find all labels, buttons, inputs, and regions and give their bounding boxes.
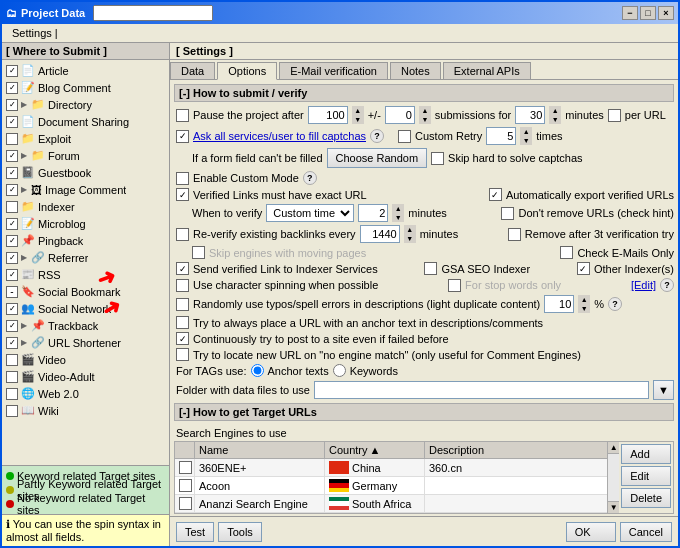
rss-checkbox[interactable] — [6, 269, 18, 281]
url-shortener-checkbox[interactable] — [6, 337, 18, 349]
skip-hard-checkbox[interactable] — [431, 152, 444, 165]
folder-input[interactable] — [314, 381, 649, 399]
sidebar-item-social-network[interactable]: 👥 Social Network — [2, 300, 169, 317]
subs-spin-down[interactable]: ▼ — [549, 115, 561, 124]
social-network-checkbox[interactable] — [6, 303, 18, 315]
tab-notes[interactable]: Notes — [390, 62, 441, 79]
choose-random-button[interactable]: Choose Random — [327, 148, 428, 168]
tab-options[interactable]: Options — [217, 62, 277, 80]
typos-checkbox[interactable] — [176, 298, 189, 311]
delete-button[interactable]: Delete — [621, 488, 671, 508]
ask-captcha-help[interactable]: ? — [370, 129, 384, 143]
try-anchor-checkbox[interactable] — [176, 316, 189, 329]
sidebar-item-forum[interactable]: ▶ 📁 Forum — [2, 147, 169, 164]
sidebar-item-blog-comment[interactable]: 📝 Blog Comment — [2, 79, 169, 96]
pause-pm-up[interactable]: ▲ — [419, 106, 431, 115]
reverify-up[interactable]: ▲ — [404, 225, 416, 234]
spinning-checkbox[interactable] — [176, 279, 189, 292]
tab-external-apis[interactable]: External APIs — [443, 62, 531, 79]
typos-up[interactable]: ▲ — [578, 295, 590, 304]
social-bookmark-checkbox[interactable] — [6, 286, 18, 298]
sidebar-item-video[interactable]: 🎬 Video — [2, 351, 169, 368]
sidebar-item-guestbook[interactable]: 📓 Guestbook — [2, 164, 169, 181]
sidebar-item-microblog[interactable]: 📝 Microblog — [2, 215, 169, 232]
sort-icon[interactable]: ▲ — [370, 444, 381, 456]
continuously-checkbox[interactable] — [176, 332, 189, 345]
submissions-input[interactable] — [515, 106, 545, 124]
sidebar-item-pingback[interactable]: 📌 Pingback — [2, 232, 169, 249]
video-adult-checkbox[interactable] — [6, 371, 18, 383]
close-button[interactable]: × — [658, 6, 674, 20]
sidebar-item-directory[interactable]: ▶ 📁 Directory — [2, 96, 169, 113]
reverify-down[interactable]: ▼ — [404, 234, 416, 243]
table-row-2[interactable]: Ananzi Search Engine South Africa — [175, 495, 607, 513]
sidebar-item-document-sharing[interactable]: 📄 Document Sharing — [2, 113, 169, 130]
article-checkbox[interactable] — [6, 65, 18, 77]
edit-link[interactable]: [Edit] — [631, 279, 656, 291]
verify-minutes-input[interactable] — [358, 204, 388, 222]
sidebar-item-indexer[interactable]: 📁 Indexer — [2, 198, 169, 215]
enable-custom-help[interactable]: ? — [303, 171, 317, 185]
image-comment-checkbox[interactable] — [6, 184, 18, 196]
web20-checkbox[interactable] — [6, 388, 18, 400]
check-emails-checkbox[interactable] — [560, 246, 573, 259]
project-name-input[interactable] — [93, 5, 213, 21]
ask-captcha-label[interactable]: Ask all services/user to fill captchas — [193, 130, 366, 142]
verify-up[interactable]: ▲ — [392, 204, 404, 213]
auto-export-checkbox[interactable] — [489, 188, 502, 201]
verified-links-checkbox[interactable] — [176, 188, 189, 201]
minimize-button[interactable]: − — [622, 6, 638, 20]
dont-remove-checkbox[interactable] — [501, 207, 514, 220]
reverify-checkbox[interactable] — [176, 228, 189, 241]
other-indexers-checkbox[interactable] — [577, 262, 590, 275]
scrollbar-up-button[interactable]: ▲ — [608, 442, 619, 454]
pause-value-input[interactable] — [308, 106, 348, 124]
guestbook-checkbox[interactable] — [6, 167, 18, 179]
sidebar-item-video-adult[interactable]: 🎬 Video-Adult — [2, 368, 169, 385]
indexer-checkbox[interactable] — [6, 201, 18, 213]
enable-custom-checkbox[interactable] — [176, 172, 189, 185]
send-verified-checkbox[interactable] — [176, 262, 189, 275]
add-button[interactable]: Add — [621, 444, 671, 464]
anchor-texts-radio[interactable] — [251, 364, 264, 377]
row0-checkbox[interactable] — [179, 461, 192, 474]
video-checkbox[interactable] — [6, 354, 18, 366]
remove-after-checkbox[interactable] — [508, 228, 521, 241]
cancel-button[interactable]: Cancel — [620, 522, 672, 542]
table-row-0[interactable]: 360ENE+ China 360.cn — [175, 459, 607, 477]
keywords-radio[interactable] — [333, 364, 346, 377]
retry-up[interactable]: ▲ — [520, 127, 532, 136]
exploit-checkbox[interactable] — [6, 133, 18, 145]
trackback-checkbox[interactable] — [6, 320, 18, 332]
ok-button[interactable]: OK — [566, 522, 616, 542]
pause-pm-input[interactable] — [385, 106, 415, 124]
maximize-button[interactable]: □ — [640, 6, 656, 20]
sidebar-item-exploit[interactable]: 📁 Exploit — [2, 130, 169, 147]
stop-words-checkbox[interactable] — [448, 279, 461, 292]
tab-data[interactable]: Data — [170, 62, 215, 79]
microblog-checkbox[interactable] — [6, 218, 18, 230]
sidebar-item-url-shortener[interactable]: ▶ 🔗 URL Shortener — [2, 334, 169, 351]
skip-engines-checkbox[interactable] — [192, 246, 205, 259]
row2-checkbox[interactable] — [179, 497, 192, 510]
edit-help[interactable]: ? — [660, 278, 674, 292]
typos-down[interactable]: ▼ — [578, 304, 590, 313]
pause-checkbox[interactable] — [176, 109, 189, 122]
sidebar-item-article[interactable]: 📄 Article — [2, 62, 169, 79]
retry-down[interactable]: ▼ — [520, 136, 532, 145]
tools-button[interactable]: Tools — [218, 522, 262, 542]
per-url-checkbox[interactable] — [608, 109, 621, 122]
menu-item-settings[interactable]: Settings | — [6, 26, 64, 40]
forum-checkbox[interactable] — [6, 150, 18, 162]
try-locate-checkbox[interactable] — [176, 348, 189, 361]
sidebar-item-trackback[interactable]: ▶ 📌 Trackback — [2, 317, 169, 334]
pingback-checkbox[interactable] — [6, 235, 18, 247]
sidebar-item-referrer[interactable]: ▶ 🔗 Referrer — [2, 249, 169, 266]
typos-help[interactable]: ? — [608, 297, 622, 311]
custom-retry-checkbox[interactable] — [398, 130, 411, 143]
typos-input[interactable] — [544, 295, 574, 313]
document-sharing-checkbox[interactable] — [6, 116, 18, 128]
directory-checkbox[interactable] — [6, 99, 18, 111]
scrollbar-down-button[interactable]: ▼ — [608, 501, 619, 513]
pause-spin-up[interactable]: ▲ — [352, 106, 364, 115]
